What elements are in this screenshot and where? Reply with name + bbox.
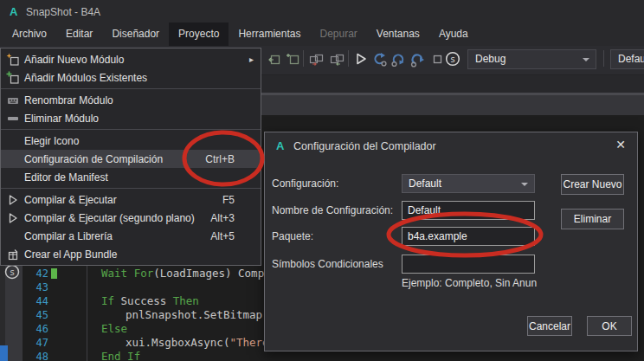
project-menu-dropdown: Añadir Nuevo Módulo ▸ Añadir Módulos Exi… bbox=[0, 48, 261, 266]
app-bundle-icon bbox=[1, 248, 24, 261]
menu-separator bbox=[1, 188, 261, 189]
code-text: Else bbox=[101, 322, 127, 336]
conditional-symbols-hint: Ejemplo: Completo, Sin Anun bbox=[402, 277, 537, 289]
debug-mode-value: Debug bbox=[475, 53, 506, 65]
code-text: If Success Then bbox=[101, 294, 199, 308]
menubar-ayuda[interactable]: Ayuda bbox=[429, 23, 478, 46]
menu-item-label: Crear el App Bundle bbox=[24, 248, 254, 261]
menu-item-anadir-modulos-existentes[interactable]: Añadir Módulos Existentes bbox=[1, 68, 261, 87]
menu-item-label: Compilar & Ejecutar (segundo plano) bbox=[24, 212, 210, 224]
menu-item-label: Compilar a Librería bbox=[24, 230, 210, 242]
menubar-disenador[interactable]: Diseñador bbox=[102, 23, 169, 46]
config-name-label: Nombre de Configuración: bbox=[272, 204, 393, 216]
toolbar-separator bbox=[603, 50, 604, 67]
menu-item-crear-el-app-bundle[interactable]: Crear el App Bundle bbox=[1, 245, 261, 263]
chevron-down-icon bbox=[521, 183, 528, 186]
conditional-symbols-label: Símbolos Condicionales bbox=[272, 258, 383, 270]
line-number: 43 bbox=[23, 280, 48, 294]
line-number: 46 bbox=[23, 322, 48, 336]
cancel-button[interactable]: Cancelar bbox=[527, 316, 572, 336]
submenu-arrow-icon: ▸ bbox=[249, 55, 254, 64]
b4a-logo-icon: A bbox=[10, 5, 17, 18]
menu-item-compilar-ejecutar-segundo-plano[interactable]: Compilar & Ejecutar (segundo plano) Alt+… bbox=[1, 209, 261, 227]
menu-item-label: Renombrar Módulo bbox=[24, 94, 254, 106]
menu-separator bbox=[1, 129, 261, 130]
menubar-archivo[interactable]: Archivo bbox=[3, 23, 56, 46]
menu-item-configuracion-de-compilacion[interactable]: Configuración de Compilación Ctrl+B bbox=[1, 150, 261, 168]
svg-text:s: s bbox=[450, 55, 454, 64]
menu-item-renombrar-modulo[interactable]: Renombrar Módulo bbox=[1, 91, 261, 109]
delete-module-icon bbox=[1, 117, 24, 120]
menu-item-label: Editor de Manifest bbox=[24, 171, 254, 184]
menu-item-compilar-a-libreria[interactable]: Compilar a Librería Alt+5 bbox=[1, 227, 261, 245]
add-module-toolbar-icon[interactable] bbox=[265, 50, 282, 68]
line-number: 42 bbox=[23, 267, 48, 280]
add-existing-module-toolbar-icon[interactable] bbox=[284, 50, 301, 68]
run-toolbar-icon[interactable] bbox=[352, 50, 370, 68]
step-out-toolbar-icon[interactable] bbox=[409, 50, 426, 68]
line-number: 47 bbox=[23, 336, 48, 350]
code-text: Wait For(LoadImages) Compl bbox=[101, 267, 271, 280]
conditional-symbols-field[interactable] bbox=[402, 255, 535, 274]
package-label: Paquete: bbox=[272, 230, 313, 242]
menu-item-shortcut: Ctrl+B bbox=[205, 153, 235, 165]
chevron-down-icon bbox=[583, 58, 589, 61]
configuration-dropdown[interactable]: Default bbox=[402, 174, 535, 193]
menu-item-editor-de-manifest[interactable]: Editor de Manifest bbox=[1, 168, 261, 186]
create-new-button[interactable]: Crear Nuevo bbox=[561, 174, 624, 195]
stop-toolbar-icon[interactable] bbox=[428, 50, 446, 68]
run-icon bbox=[1, 194, 24, 206]
swap-module-toolbar-icon[interactable] bbox=[307, 50, 325, 68]
code-text: End If bbox=[101, 350, 140, 361]
menu-item-elegir-icono[interactable]: Elegir Icono bbox=[1, 132, 261, 150]
title-bar: A SnapShot - B4A bbox=[0, 0, 644, 23]
code-text: xui.MsgboxAsync("There bbox=[126, 336, 269, 350]
existing-modules-icon bbox=[1, 71, 24, 85]
build-configuration-dropdown[interactable]: Default bbox=[610, 49, 644, 69]
restart-toolbar-icon[interactable]: s bbox=[444, 50, 461, 68]
delete-button[interactable]: Eliminar bbox=[561, 209, 624, 229]
menubar-editar[interactable]: Editar bbox=[56, 23, 102, 46]
menu-item-shortcut: Alt+3 bbox=[210, 212, 235, 224]
menu-separator bbox=[1, 88, 261, 89]
menu-item-label: Compilar & Ejecutar bbox=[24, 194, 222, 206]
close-icon[interactable]: ✕ bbox=[615, 138, 626, 151]
toolbar-separator bbox=[303, 50, 304, 67]
config-name-field[interactable] bbox=[402, 201, 535, 220]
menu-item-shortcut: F5 bbox=[222, 194, 235, 206]
step-over-toolbar-icon[interactable] bbox=[390, 50, 407, 68]
sync-module-toolbar-icon[interactable] bbox=[328, 50, 345, 68]
line-number: 48 bbox=[23, 350, 48, 361]
menu-item-label: Configuración de Compilación bbox=[24, 153, 205, 165]
menubar-depurar: Depurar bbox=[310, 23, 366, 46]
step-into-toolbar-icon[interactable] bbox=[370, 50, 388, 68]
menu-item-shortcut: Alt+5 bbox=[210, 230, 235, 242]
line-number: 44 bbox=[23, 294, 48, 308]
menu-item-label: Elegir Icono bbox=[24, 135, 254, 147]
new-module-icon bbox=[1, 53, 24, 67]
configuration-value: Default bbox=[409, 177, 441, 190]
window-title: SnapShot - B4A bbox=[26, 6, 100, 18]
menu-item-anadir-nuevo-modulo[interactable]: Añadir Nuevo Módulo ▸ bbox=[1, 50, 261, 68]
menu-item-eliminar-modulo[interactable]: Eliminar Módulo bbox=[1, 109, 261, 127]
line-number: 45 bbox=[23, 308, 48, 322]
dialog-title: Configuración del Compilador bbox=[293, 140, 436, 152]
menu-bar: Archivo Editar Diseñador Proyecto Herram… bbox=[0, 23, 644, 46]
ok-button[interactable]: OK bbox=[587, 316, 632, 336]
menu-item-label: Eliminar Módulo bbox=[24, 113, 254, 125]
build-configuration-value: Default bbox=[618, 53, 644, 65]
b4a-logo-icon: A bbox=[276, 139, 284, 152]
menu-item-label: Añadir Módulos Existentes bbox=[24, 72, 254, 84]
menubar-ventanas[interactable]: Ventanas bbox=[367, 23, 429, 46]
menubar-herramientas[interactable]: Herramientas bbox=[229, 23, 310, 46]
debug-mode-dropdown[interactable]: Debug bbox=[467, 49, 596, 69]
run-icon bbox=[1, 212, 24, 224]
menubar-proyecto[interactable]: Proyecto bbox=[169, 23, 229, 46]
menu-item-compilar-ejecutar[interactable]: Compilar & Ejecutar F5 bbox=[1, 190, 261, 209]
package-field[interactable] bbox=[402, 227, 535, 246]
menu-item-label: Añadir Nuevo Módulo bbox=[24, 54, 249, 66]
configuration-label: Configuración: bbox=[272, 177, 338, 190]
compiler-configuration-dialog: A Configuración del Compilador ✕ Configu… bbox=[264, 132, 638, 351]
b4a-ide-window: A SnapShot - B4A Archivo Editar Diseñado… bbox=[0, 0, 644, 361]
toolbar-separator bbox=[348, 50, 349, 67]
